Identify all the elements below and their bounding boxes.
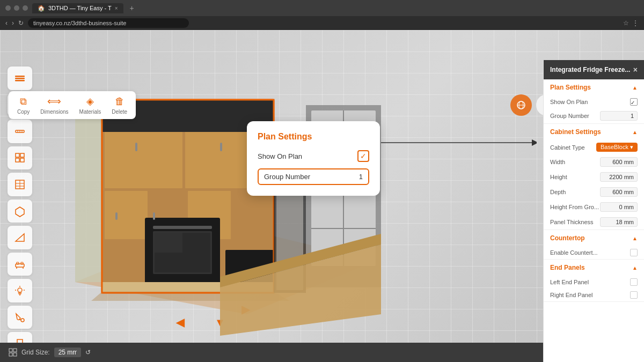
toolbar-left: ⧉ Copy ⟺ Dimensions ◈ Materials 🗑 Delete [9,91,136,119]
panel-title: Integrated Fridge Freeze... [550,66,630,73]
sidebar-item-furniture[interactable] [8,253,32,276]
svg-rect-62 [135,143,137,151]
grid-icon [9,348,17,357]
panel-show-on-plan-checkbox[interactable]: ✓ [630,98,638,106]
panel-left-end-panel-checkbox[interactable] [630,278,638,286]
panel-left-end-panel-label: Left End Panel [550,279,589,285]
panel-thickness-label: Panel Thickness [550,219,594,225]
sidebar-item-paint[interactable] [8,306,32,329]
popup-title: Plan Settings [258,132,369,142]
sidebar-item-object[interactable] [8,200,32,223]
panel-height-from-ground-row: Height From Gro... [544,200,644,215]
delete-icon: 🗑 [115,96,125,107]
dimensions-icon: ⟺ [47,95,61,107]
browser-bar: 🏠 3DTHD — Tiny Easy - T × + [0,0,644,16]
grid-size-input[interactable] [54,348,81,357]
panel-panel-thickness-row: Panel Thickness [544,215,644,230]
svg-rect-64 [115,212,118,220]
toolbar-tools: ⧉ Copy ⟺ Dimensions ◈ Materials 🗑 Delete [9,91,136,119]
panel-section-plan-settings: Plan Settings ▲ Show On Plan ✓ Group Num… [544,79,644,124]
delete-tool[interactable]: 🗑 Delete [112,96,127,115]
svg-rect-10 [20,153,24,157]
show-on-plan-checkbox[interactable]: ✓ [357,150,369,162]
svg-rect-2 [15,80,25,82]
panel-height-from-ground-input[interactable] [600,202,638,212]
plan-settings-section-title: Plan Settings [550,84,591,91]
panel-height-input[interactable] [600,172,638,182]
view-orbit-button[interactable] [510,94,532,116]
panel-section-plan-settings-header[interactable]: Plan Settings ▲ [544,79,644,95]
cabinet-settings-expand-icon: ▲ [632,129,638,135]
panel-section-countertop-header[interactable]: Countertop ▲ [544,230,644,246]
show-on-plan-row: Show On Plan ✓ [258,150,369,162]
nav-refresh[interactable]: ↻ [18,19,24,27]
plan-settings-expand-icon: ▲ [632,85,638,91]
svg-text:◀: ◀ [175,316,185,328]
panel-cabinet-type-row: Cabinet Type BaseBlock ▾ [544,140,644,154]
grid-reset-icon[interactable]: ↺ [85,349,91,356]
show-on-plan-label: Show On Plan [258,152,302,160]
panel-left-end-panel-row: Left End Panel [544,276,644,289]
panel-close-button[interactable]: × [633,65,638,74]
svg-rect-82 [13,349,17,352]
nav-forward[interactable]: › [12,19,14,27]
browser-settings-icon[interactable]: ⋮ [632,19,639,27]
window-minimize[interactable] [5,5,11,11]
panel-height-from-ground-label: Height From Gro... [550,204,599,210]
svg-rect-48 [105,191,148,239]
svg-rect-83 [9,353,12,356]
svg-rect-51 [233,191,271,239]
sidebar-item-slope[interactable] [8,226,32,249]
sidebar-item-wall[interactable] [8,173,32,196]
group-number-label: Group Number [264,173,310,181]
countertop-expand-icon: ▲ [632,235,638,241]
browser-tab-close[interactable]: × [115,5,118,11]
svg-rect-0 [15,76,25,77]
sidebar-item-measure[interactable] [8,120,32,143]
panel-header: Integrated Fridge Freeze... × [544,60,644,79]
end-panels-expand-icon: ▲ [632,265,638,271]
panel-right-end-panel-checkbox[interactable] [630,291,638,299]
sidebar-item-light[interactable] [8,279,32,302]
materials-tool[interactable]: ◈ Materials [79,95,101,115]
window-controls [5,5,28,11]
cabinet-type-dropdown[interactable]: BaseBlock ▾ [596,143,638,152]
panel-thickness-input[interactable] [600,217,638,227]
check-mark-icon: ✓ [631,100,635,106]
panel-show-on-plan-row: Show On Plan ✓ [544,95,644,108]
svg-rect-57 [153,226,212,229]
copy-label: Copy [17,109,30,115]
copy-tool[interactable]: ⧉ Copy [17,96,30,115]
sidebar-item-layers[interactable] [8,67,32,90]
dimensions-tool[interactable]: ⟺ Dimensions [40,95,68,115]
panel-width-row: Width [544,154,644,169]
browser-bookmark-icon[interactable]: ☆ [623,19,629,27]
browser-tab-active[interactable]: 🏠 3DTHD — Tiny Easy - T × [32,3,123,13]
window-close[interactable] [23,5,28,11]
panel-group-number-input[interactable] [600,111,638,121]
panel-depth-input[interactable] [600,187,638,197]
panel-section-end-panels-header[interactable]: End Panels ▲ [544,260,644,276]
panel-enable-countertop-checkbox[interactable] [630,249,638,256]
delete-label: Delete [112,109,127,115]
svg-marker-17 [16,207,24,217]
panel-right-end-panel-row: Right End Panel [544,289,644,301]
materials-icon: ◈ [86,95,94,107]
address-bar: ‹ › ↻ ☆ ⋮ [0,16,644,30]
grid-size-label: Grid Size: [21,349,50,356]
address-input[interactable] [28,18,189,28]
sidebar-item-grid[interactable] [8,146,32,170]
svg-rect-84 [13,353,17,356]
nav-back[interactable]: ‹ [5,19,8,27]
new-tab-button[interactable]: + [130,4,134,12]
group-number-value[interactable]: 1 [359,173,363,181]
panel-width-label: Width [550,159,565,165]
panel-width-input[interactable] [600,157,638,167]
panel-section-cabinet-header[interactable]: Cabinet Settings ▲ [544,124,644,140]
window-maximize[interactable] [14,5,19,11]
end-panels-section-title: End Panels [550,264,585,271]
right-panel: Integrated Fridge Freeze... × Plan Setti… [543,60,644,362]
svg-rect-29 [19,293,21,294]
svg-rect-65 [153,212,155,220]
main-area: ⧉ Copy ⟺ Dimensions ◈ Materials 🗑 Delete [0,30,644,362]
